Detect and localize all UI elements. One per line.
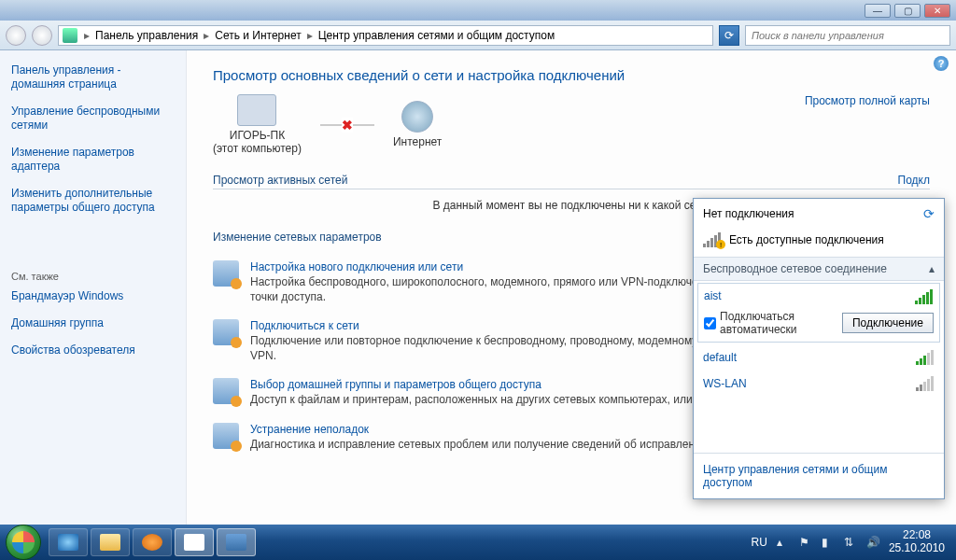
wifi-network-wslan[interactable]: WS-LAN bbox=[694, 371, 944, 397]
flyout-footer: Центр управления сетями и общим доступом bbox=[694, 453, 944, 498]
taskbar-wmp-button[interactable] bbox=[133, 528, 172, 556]
sidebar-link-sharing[interactable]: Изменить дополнительные параметры общего… bbox=[11, 187, 175, 215]
window-titlebar: — ▢ ✕ bbox=[0, 0, 956, 21]
breadcrumb-item[interactable]: Центр управления сетями и общим доступом bbox=[318, 29, 555, 42]
sidebar-see-also-header: См. также bbox=[11, 271, 175, 282]
refresh-button[interactable]: ⟳ bbox=[719, 25, 739, 46]
connection-line: ✖ bbox=[320, 124, 374, 126]
page-title: Просмотр основных сведений о сети и наст… bbox=[213, 67, 625, 83]
sidebar-link-firewall[interactable]: Брандмауэр Windows bbox=[11, 289, 175, 303]
ie-icon bbox=[58, 534, 78, 551]
node-internet-label: Интернет bbox=[393, 135, 442, 148]
breadcrumb[interactable]: ▸ Панель управления ▸ Сеть и Интернет ▸ … bbox=[58, 25, 713, 46]
flyout-group-label: Беспроводное сетевое соединение bbox=[703, 262, 887, 275]
volume-icon[interactable]: 🔊 bbox=[866, 536, 879, 549]
battery-icon[interactable]: ▮ bbox=[822, 536, 835, 549]
window-minimize-button[interactable]: — bbox=[865, 4, 891, 18]
taskbar-explorer-button[interactable] bbox=[91, 528, 130, 556]
app-icon bbox=[184, 534, 204, 551]
sidebar-link-home[interactable]: Панель управления - домашняя страница bbox=[11, 63, 175, 91]
active-networks-label: Просмотр активных сетей bbox=[213, 174, 347, 187]
taskbar: RU ▴ ⚑ ▮ ⇅ 🔊 22:08 25.10.2010 bbox=[0, 525, 956, 560]
wmp-icon bbox=[142, 534, 162, 551]
connect-link[interactable]: Подкл bbox=[898, 174, 930, 187]
network-tray-icon[interactable]: ⇅ bbox=[844, 536, 857, 549]
window-close-button[interactable]: ✕ bbox=[924, 4, 950, 18]
flyout-no-connection-label: Нет подключения bbox=[703, 207, 794, 220]
wifi-ssid: default bbox=[703, 351, 737, 364]
flyout-group-header[interactable]: Беспроводное сетевое соединение ▴ bbox=[694, 257, 944, 281]
node-internet[interactable]: Интернет bbox=[393, 101, 442, 148]
clock-time: 22:08 bbox=[889, 529, 945, 542]
network-flyout: Нет подключения ⟳ ! Есть доступные подкл… bbox=[693, 198, 945, 499]
troubleshoot-icon bbox=[213, 423, 239, 449]
breadcrumb-sep: ▸ bbox=[204, 29, 209, 42]
breadcrumb-item[interactable]: Сеть и Интернет bbox=[215, 29, 301, 42]
system-tray: RU ▴ ⚑ ▮ ⇅ 🔊 22:08 25.10.2010 bbox=[752, 529, 950, 555]
folder-icon bbox=[100, 534, 120, 551]
clock-date: 25.10.2010 bbox=[889, 542, 945, 555]
help-icon[interactable]: ? bbox=[934, 56, 949, 71]
clock[interactable]: 22:08 25.10.2010 bbox=[889, 529, 945, 555]
disconnected-icon: ✖ bbox=[342, 118, 353, 133]
task-link[interactable]: Подключиться к сети bbox=[250, 319, 359, 332]
task-desc: Диагностика и исправление сетевых пробле… bbox=[250, 438, 710, 453]
task-link[interactable]: Устранение неполадок bbox=[250, 423, 369, 436]
globe-icon bbox=[401, 101, 433, 133]
node-pc-sub: (этот компьютер) bbox=[213, 142, 302, 155]
taskbar-app2-button[interactable] bbox=[217, 528, 256, 556]
wifi-network-default[interactable]: default bbox=[694, 344, 944, 371]
tray-up-icon[interactable]: ▴ bbox=[777, 536, 790, 549]
nav-forward-button[interactable] bbox=[32, 25, 52, 46]
signal-icon bbox=[915, 289, 934, 304]
sidebar-link-homegroup[interactable]: Домашняя группа bbox=[11, 316, 175, 330]
action-center-icon[interactable]: ⚑ bbox=[799, 536, 812, 549]
auto-connect-checkbox[interactable]: Подключаться автоматически bbox=[704, 310, 842, 336]
change-settings-label: Изменение сетевых параметров bbox=[213, 231, 382, 244]
active-networks-header: Просмотр активных сетей Подкл bbox=[213, 174, 930, 189]
new-connection-icon bbox=[213, 260, 239, 287]
breadcrumb-sep: ▸ bbox=[307, 29, 313, 42]
address-bar: ▸ Панель управления ▸ Сеть и Интернет ▸ … bbox=[0, 21, 956, 50]
chevron-up-icon: ▴ bbox=[929, 262, 935, 275]
network-map: ИГОРЬ-ПК (этот компьютер) ✖ Интернет bbox=[213, 94, 442, 155]
connect-network-icon bbox=[213, 319, 239, 345]
computer-icon bbox=[237, 94, 276, 126]
control-panel-icon bbox=[63, 28, 77, 43]
breadcrumb-item[interactable]: Панель управления bbox=[95, 29, 198, 42]
app-icon bbox=[226, 534, 246, 551]
sidebar-link-adapter[interactable]: Изменение параметров адаптера bbox=[11, 146, 175, 174]
wifi-ssid: WS-LAN bbox=[703, 377, 747, 390]
signal-icon: ! bbox=[703, 232, 722, 247]
homegroup-icon bbox=[213, 378, 239, 404]
node-pc-name: ИГОРЬ-ПК bbox=[213, 129, 302, 142]
nav-back-button[interactable] bbox=[6, 25, 26, 46]
taskbar-ie-button[interactable] bbox=[49, 528, 88, 556]
connect-button[interactable]: Подключение bbox=[842, 313, 934, 333]
sidebar-link-browser-options[interactable]: Свойства обозревателя bbox=[11, 343, 175, 357]
flyout-available-label: Есть доступные подключения bbox=[729, 233, 884, 246]
auto-connect-input[interactable] bbox=[704, 317, 716, 329]
auto-connect-label: Подключаться автоматически bbox=[720, 310, 842, 336]
signal-icon bbox=[916, 376, 935, 391]
task-link[interactable]: Настройка нового подключения или сети bbox=[250, 260, 463, 273]
wifi-network-aist[interactable]: aist Подключаться автоматически Подключе… bbox=[697, 283, 940, 343]
search-input[interactable] bbox=[745, 25, 950, 46]
taskbar-app1-button[interactable] bbox=[175, 528, 214, 556]
sidebar: Панель управления - домашняя страница Уп… bbox=[0, 50, 187, 525]
flyout-network-center-link[interactable]: Центр управления сетями и общим доступом bbox=[703, 463, 887, 489]
sidebar-link-wireless[interactable]: Управление беспроводными сетями bbox=[11, 105, 175, 133]
task-link[interactable]: Выбор домашней группы и параметров общег… bbox=[250, 378, 541, 391]
node-this-pc[interactable]: ИГОРЬ-ПК (этот компьютер) bbox=[213, 94, 302, 155]
full-map-link[interactable]: Просмотр полной карты bbox=[805, 94, 930, 107]
flyout-refresh-button[interactable]: ⟳ bbox=[923, 206, 935, 221]
start-button[interactable] bbox=[6, 525, 41, 560]
window-maximize-button[interactable]: ▢ bbox=[894, 4, 921, 18]
wifi-ssid: aist bbox=[704, 289, 722, 304]
language-indicator[interactable]: RU bbox=[752, 536, 767, 549]
breadcrumb-sep: ▸ bbox=[84, 29, 90, 42]
signal-icon bbox=[916, 350, 935, 365]
content-area: ? Панель управления - домашняя страница … bbox=[0, 50, 956, 525]
